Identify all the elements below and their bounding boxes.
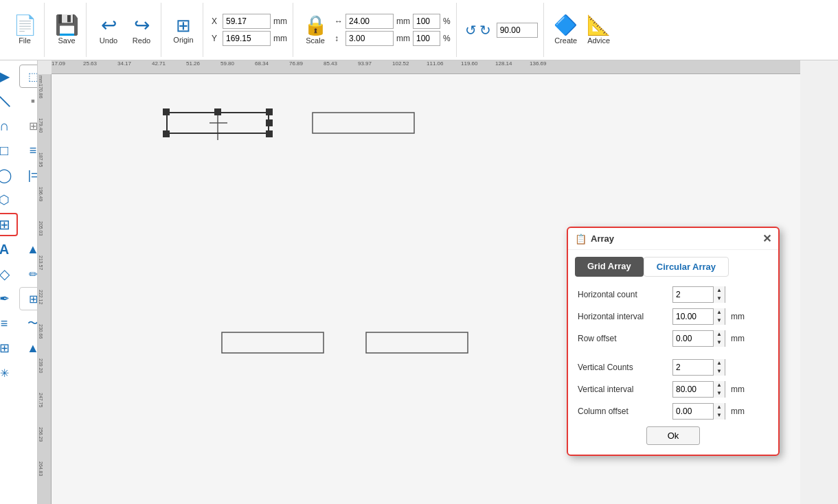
x-input[interactable] [223, 14, 271, 29]
row-offset-spinbox[interactable]: ▲ ▼ [672, 330, 725, 347]
v-interval-spinbox[interactable]: ▲ ▼ [672, 381, 725, 398]
row-offset-up-btn[interactable]: ▲ [714, 330, 725, 339]
horizontal-count-row: Horizontal count ▲ ▼ [578, 286, 769, 303]
scale-group: 🔒 Scale ↔ mm % ↕ mm % [296, 3, 457, 57]
v-counts-up-btn[interactable]: ▲ [714, 359, 725, 367]
v-counts-down-btn[interactable]: ▼ [714, 367, 725, 376]
height-pct-input[interactable] [413, 31, 440, 46]
v-interval-spin-btns: ▲ ▼ [713, 381, 725, 398]
file-icon: 📄 [13, 16, 37, 35]
edit-tool-button[interactable]: ✏ [19, 262, 38, 286]
align-tool-button[interactable]: ≡ [19, 139, 38, 162]
polygon-tool-button[interactable]: ⬡ [0, 188, 18, 211]
row-offset-down-btn[interactable]: ▼ [714, 339, 725, 347]
grid2-tool-button[interactable]: ⊞ [19, 287, 38, 310]
blank-tool-button [19, 361, 38, 385]
h-interval-input[interactable] [673, 309, 713, 324]
ruler-tool-button[interactable]: |= [19, 163, 38, 187]
frame-tool-button[interactable]: ⬚ [19, 65, 38, 88]
undo-redo-group: ↩ Undo ↪ Redo [89, 3, 161, 57]
height-input[interactable] [346, 31, 394, 46]
y-input[interactable] [223, 31, 271, 46]
freehand-tool-button[interactable]: ✒ [0, 287, 18, 310]
create-button[interactable]: 🔷 Create [552, 16, 580, 45]
rotate-group: ↺ ↻ [460, 3, 544, 57]
width-pct-input[interactable] [413, 14, 440, 29]
save-button[interactable]: 💾 Save [53, 16, 80, 45]
toolbar: 📄 File 💾 Save ↩ Undo ↪ Redo ⊞ Origin X [0, 0, 838, 60]
rect-tool-button[interactable]: □ [0, 139, 18, 162]
col-offset-up-btn[interactable]: ▲ [714, 403, 725, 411]
h-pct: % [443, 34, 451, 43]
h-interval-spin-btns: ▲ ▼ [713, 308, 725, 325]
v-interval-input[interactable] [673, 382, 713, 397]
undo-button[interactable]: ↩ Undo [95, 16, 122, 45]
v-interval-down-btn[interactable]: ▼ [714, 389, 725, 398]
wh-inputs: ↔ mm % ↕ mm % [335, 14, 451, 46]
create-label: Create [554, 36, 577, 45]
more-tool-button[interactable]: ✳ [0, 361, 18, 385]
rect-bottom-left[interactable] [222, 332, 324, 353]
h-interval-down-btn[interactable]: ▼ [714, 317, 725, 325]
v-counts-spinbox[interactable]: ▲ ▼ [672, 359, 725, 376]
w-unit: mm [396, 16, 410, 26]
rotate-ccw-icon[interactable]: ↺ [465, 22, 477, 38]
h-interval-up-btn[interactable]: ▲ [714, 308, 725, 317]
array-tab-bar: Grid Array Circular Array [568, 250, 778, 281]
row-offset-unit: mm [731, 334, 745, 343]
rotate-btns: ↺ ↻ [465, 22, 491, 38]
h-count-input[interactable] [673, 287, 713, 302]
dialog-spacer [578, 352, 769, 359]
layers-tool-button[interactable]: ≡ [0, 312, 18, 335]
h-count-label: Horizontal count [578, 290, 667, 299]
angle-input[interactable] [497, 23, 538, 38]
unknown2-button[interactable] [19, 213, 38, 236]
origin-button[interactable]: ⊞ Origin [170, 16, 197, 44]
v-interval-up-btn[interactable]: ▲ [714, 381, 725, 389]
h-interval-spinbox[interactable]: ▲ ▼ [672, 308, 725, 325]
grid-array-tab[interactable]: Grid Array [575, 257, 644, 277]
origin-label: Origin [173, 36, 193, 44]
scale-label: Scale [306, 36, 325, 45]
nav2-tool-button[interactable]: ▲ [19, 336, 38, 360]
h-count-down-btn[interactable]: ▼ [714, 295, 725, 303]
vertical-counts-row: Vertical Counts ▲ ▼ [578, 359, 769, 376]
advice-button[interactable]: 📐 Advice [585, 16, 613, 45]
v-counts-input[interactable] [673, 360, 713, 375]
row-offset-row: Row offset ▲ ▼ mm [578, 330, 769, 347]
table-tool-button[interactable]: ⊞ [0, 336, 18, 360]
shape-tool-button[interactable]: ▪ [19, 89, 38, 113]
save-icon: 💾 [55, 16, 79, 35]
rect-bottom-right[interactable] [366, 332, 468, 353]
ok-button[interactable]: Ok [646, 426, 701, 445]
save-group: 💾 Save [47, 3, 87, 57]
h-count-spinbox[interactable]: ▲ ▼ [672, 286, 725, 303]
diamond-tool-button[interactable]: ◇ [0, 262, 18, 286]
advice-icon: 📐 [587, 16, 611, 35]
select-tool-button[interactable]: ▶ [0, 65, 18, 88]
col-offset-unit: mm [731, 406, 745, 416]
ellipse-tool-button[interactable]: ◯ [0, 163, 18, 187]
x-unit: mm [273, 16, 287, 26]
file-button[interactable]: 📄 File [11, 16, 38, 45]
h-count-up-btn[interactable]: ▲ [714, 286, 725, 295]
text-tool-button[interactable]: A [0, 238, 18, 261]
undo-label: Undo [100, 36, 117, 45]
col-offset-spinbox[interactable]: ▲ ▼ [672, 403, 725, 420]
scale-button[interactable]: 🔒 Scale [302, 16, 329, 45]
col-offset-input[interactable] [673, 404, 713, 419]
unknown1-button[interactable] [19, 188, 38, 211]
redo-button[interactable]: ↪ Redo [128, 16, 155, 45]
copy-tool-button[interactable]: ⊞ [19, 114, 38, 137]
wave-tool-button[interactable]: 〜 [19, 312, 38, 335]
mountain-tool-button[interactable]: ▲ [19, 238, 38, 261]
dialog-close-button[interactable]: ✕ [762, 232, 771, 245]
array-tool-button[interactable]: ⊞ [0, 213, 18, 236]
width-input[interactable] [346, 14, 394, 29]
circular-array-tab[interactable]: Circular Array [644, 257, 729, 277]
left-sidebar: ▶ ⬚ | ▪ ∩ ⊞ □ ≡ ◯ |= ⬡ ⊞ A ▲ ◇ ✏ ✒ ⊞ ≡ 〜… [0, 60, 38, 504]
rotate-cw-icon[interactable]: ↻ [479, 22, 491, 38]
col-offset-down-btn[interactable]: ▼ [714, 411, 725, 420]
row-offset-input[interactable] [673, 331, 713, 346]
rect-top-right[interactable] [313, 113, 414, 133]
